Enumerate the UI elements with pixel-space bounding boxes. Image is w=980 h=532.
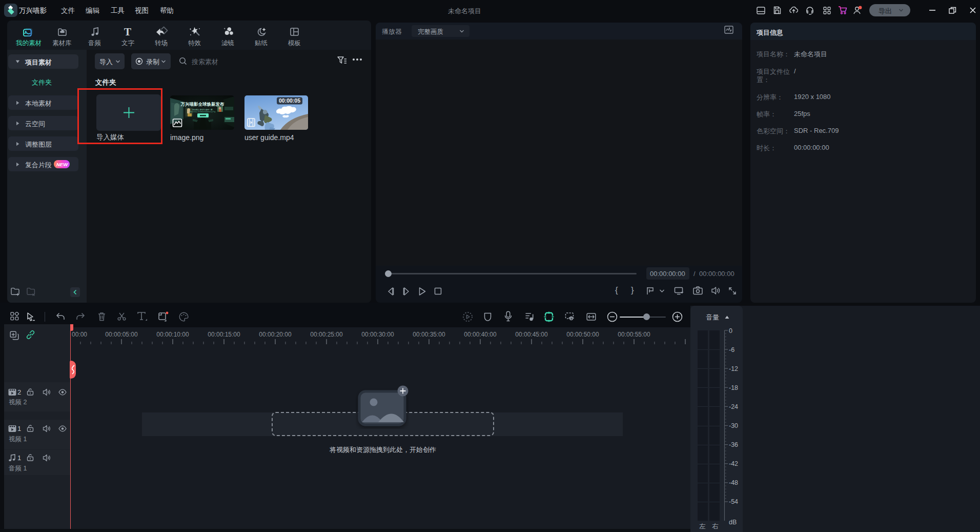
svg-text:00:00:05: 00:00:05 bbox=[279, 97, 300, 104]
svg-text:00:00:25:00: 00:00:25:00 bbox=[310, 331, 343, 338]
svg-text:00:00:05:00: 00:00:05:00 bbox=[105, 331, 138, 338]
svg-text:-36: -36 bbox=[729, 441, 738, 448]
svg-text:创意魔法 A喵玩 焕新一夏: 创意魔法 A喵玩 焕新一夏 bbox=[192, 109, 213, 111]
svg-text:-12: -12 bbox=[729, 365, 738, 372]
svg-text:00:00:10:00: 00:00:10:00 bbox=[156, 331, 189, 338]
svg-text:-6: -6 bbox=[729, 346, 734, 353]
svg-text:-48: -48 bbox=[729, 479, 738, 486]
svg-text:00:00:15:00: 00:00:15:00 bbox=[208, 331, 240, 338]
svg-text:-54: -54 bbox=[729, 498, 738, 505]
svg-text:dB: dB bbox=[729, 519, 737, 526]
svg-text:00:00:35:00: 00:00:35:00 bbox=[413, 331, 445, 338]
svg-text:00:00:50:00: 00:00:50:00 bbox=[566, 331, 599, 338]
svg-text:00:00:30:00: 00:00:30:00 bbox=[361, 331, 394, 338]
svg-text:-18: -18 bbox=[729, 384, 738, 391]
svg-text:00:00:20:00: 00:00:20:00 bbox=[259, 331, 292, 338]
svg-text:-24: -24 bbox=[729, 403, 738, 410]
svg-text:00:00:45:00: 00:00:45:00 bbox=[515, 331, 548, 338]
svg-text:00:00: 00:00 bbox=[72, 331, 87, 338]
svg-text:万兴喵影全球焕新发布: 万兴喵影全球焕新发布 bbox=[180, 102, 225, 107]
svg-text:-42: -42 bbox=[729, 460, 738, 467]
svg-text:-30: -30 bbox=[729, 422, 738, 429]
svg-text:00:00:40:00: 00:00:40:00 bbox=[464, 331, 497, 338]
svg-text:AI时代升级,2023同款9月期待万兴产品: AI时代升级,2023同款9月期待万兴产品 bbox=[189, 111, 215, 113]
svg-text:0: 0 bbox=[729, 328, 732, 334]
svg-text:00:00:55:00: 00:00:55:00 bbox=[618, 331, 650, 338]
